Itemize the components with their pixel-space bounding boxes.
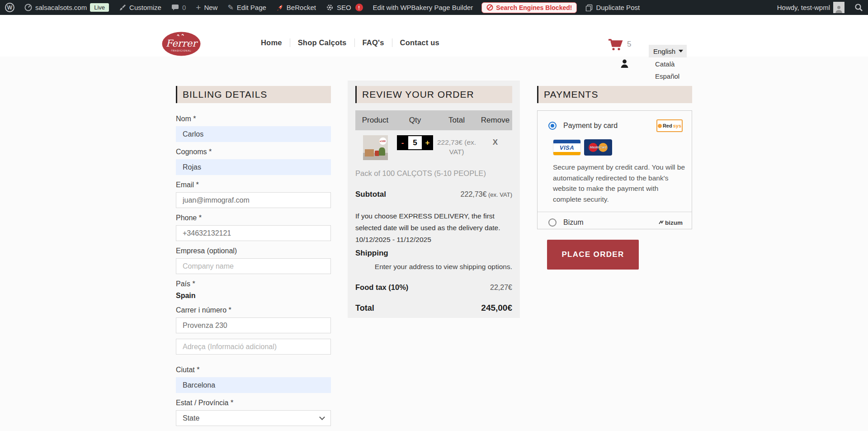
ferrer-logo[interactable]: Ferrer ·TRADICIONAL· [162,32,201,58]
place-order-button[interactable]: PLACE ORDER [547,240,639,270]
billing-details-section: BILLING DETAILS Nom * Cognoms * Email * … [176,86,331,431]
edit-page-menu[interactable]: ✎ Edit Page [222,0,271,15]
language-switcher[interactable]: English [649,45,687,57]
qty-decrease-button[interactable]: - [397,138,408,147]
subtotal-suffix: (ex. VAT) [486,191,512,198]
company-label: Empresa (optional) [176,246,331,255]
subtotal-row: Subtotal 222,73€ (ex. VAT) [355,190,512,199]
state-label: Estat / Província * [176,398,331,407]
order-table-header: Product Qty Total Remove [355,110,512,130]
card-logos: VISA MasterCard [538,139,692,156]
account-button[interactable] [620,59,629,70]
admin-search[interactable] [849,0,868,15]
company-input[interactable] [176,258,331,274]
email-input[interactable] [176,192,331,208]
seo-label: SEO [337,4,351,11]
edit-page-label: Edit Page [237,4,266,11]
remove-item-button[interactable]: X [493,135,498,147]
site-name-menu[interactable]: salsacalsots.com Live [19,0,114,15]
first-name-label: Nom * [176,114,331,123]
language-option-catala[interactable]: Català [655,60,675,68]
phone-input[interactable] [176,225,331,241]
last-name-label: Cognoms * [176,147,331,156]
card-radio[interactable] [548,122,557,130]
bizum-logo: bizum [659,219,683,226]
product-name: Pack of 100 CALÇOTS (5-10 PEOPLE) [355,169,512,178]
new-content-menu[interactable]: + New [191,0,222,15]
blocked-circle-icon [486,4,493,11]
street-input[interactable] [176,317,331,333]
qty-input[interactable] [408,136,422,149]
wp-logo-menu[interactable]: W [0,0,19,15]
address2-input[interactable] [176,339,331,355]
search-engines-blocked-notice[interactable]: Search Engines Blocked! [481,2,577,13]
comments-menu[interactable]: 0 [166,0,191,15]
column-product: Product [355,116,395,125]
qty-increase-button[interactable]: + [422,138,433,147]
bizum-radio[interactable] [548,218,557,227]
bizum-option-label: Bizum [563,218,583,227]
duplicate-post-menu[interactable]: Duplicate Post [580,0,645,15]
city-field: Ciutat * [176,365,331,393]
card-payment-description: Secure payment by credit card. You will … [553,162,685,204]
nav-home[interactable]: Home [253,38,290,47]
phone-label: Phone * [176,213,331,222]
first-name-field: Nom * [176,114,331,142]
language-option-espanol[interactable]: Español [655,72,679,80]
total-label: Total [355,303,374,313]
last-name-field: Cognoms * [176,147,331,175]
rocket-icon [276,4,283,11]
payment-divider [538,212,692,212]
user-avatar [833,2,844,13]
wordpress-logo-icon: W [5,3,14,12]
first-name-input[interactable] [176,126,331,142]
site-name: salsacalsots.com [35,4,87,11]
new-label: New [204,4,217,11]
tax-row: Food tax (10%) 22,27€ [355,283,512,292]
column-remove: Remove [478,116,512,125]
logo-text: Ferrer [166,38,198,49]
pencil-icon: ✎ [227,3,233,12]
visa-logo: VISA [553,139,581,156]
product-thumbnail: x100 [363,135,388,160]
payments-title: PAYMENTS [537,86,692,103]
last-name-input[interactable] [176,159,331,175]
live-badge: Live [90,3,109,12]
redsys-logo: Redsys [656,119,683,132]
bizum-zigzag-icon [659,220,664,226]
payment-option-card[interactable]: Payment by card Redsys [538,119,692,132]
my-account-menu[interactable]: Howdy, test-wpml [772,0,849,15]
company-field: Empresa (optional) [176,246,331,274]
address2-field [176,339,331,355]
bizum-logo-text: bizum [665,219,683,226]
berocket-menu[interactable]: BeRocket [271,0,321,15]
total-value: 245,00€ [481,303,512,313]
chevron-down-icon [679,50,683,52]
quantity-stepper: - + [397,135,433,150]
column-qty: Qty [395,116,435,125]
order-review-title: REVIEW YOUR ORDER [355,86,512,103]
wp-admin-bar: W salsacalsots.com Live Customize 0 + Ne… [0,0,868,15]
nav-faqs[interactable]: FAQ's [355,38,392,47]
email-label: Email * [176,180,331,189]
total-row: Total 245,00€ [355,303,512,313]
customize-menu[interactable]: Customize [114,0,166,15]
state-select[interactable]: State [176,410,331,426]
email-field: Email * [176,180,331,208]
gauge-icon [24,4,32,11]
nav-contact-us[interactable]: Contact us [392,38,447,47]
express-delivery-note: If you choose EXPRESS DELIVERY, the firs… [355,210,512,246]
payment-option-bizum[interactable]: Bizum bizum [538,218,692,227]
line-total: 222,73€ (ex. VAT) [435,135,478,156]
city-input[interactable] [176,377,331,393]
seo-menu[interactable]: SEO ! [321,0,368,15]
search-icon [854,3,863,12]
berocket-label: BeRocket [287,4,316,11]
site-header [0,15,868,57]
street-label: Carrer i número * [176,306,331,314]
wpbakery-menu[interactable]: Edit with WPBakery Page Builder [368,0,478,15]
cart-button[interactable]: 5 [608,39,631,53]
subtotal-label: Subtotal [355,190,386,199]
payment-methods-box: Payment by card Redsys VISA MasterCard S… [537,110,692,229]
nav-shop-calcots[interactable]: Shop Calçots [290,38,354,47]
